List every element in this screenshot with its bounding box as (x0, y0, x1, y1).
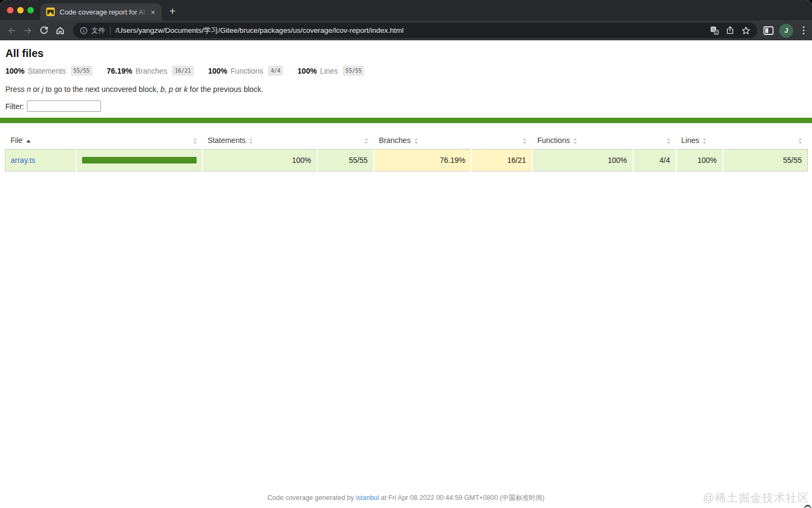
page-title: All files (5, 47, 812, 60)
statements-frac-cell: 55/55 (317, 149, 374, 171)
new-tab-button[interactable]: + (166, 5, 179, 18)
branches-fraction-badge: 16/21 (172, 66, 193, 76)
sort-ascending-icon (26, 140, 31, 142)
col-header-lines[interactable]: Lines (676, 132, 723, 149)
forward-icon[interactable] (20, 23, 35, 38)
col-header-functions-frac[interactable] (633, 132, 676, 149)
col-header-file[interactable]: File (5, 132, 76, 149)
functions-metric: 100% Functions 4/4 (208, 66, 284, 76)
side-panel-icon[interactable] (763, 26, 774, 35)
branches-metric: 76.19% Branches 16/21 (107, 66, 194, 76)
sorter-icon[interactable] (667, 138, 671, 145)
home-icon[interactable] (53, 23, 68, 38)
col-header-statements[interactable]: Statements (202, 132, 317, 149)
svg-text:文: 文 (715, 31, 718, 34)
minimize-window-button[interactable] (17, 7, 24, 13)
address-bar[interactable]: 文件 /Users/yangzw/Documents/学习/Gitee/bruc… (73, 23, 757, 38)
functions-frac-cell: 4/4 (633, 149, 676, 171)
statements-pct: 100% (5, 67, 25, 75)
sorter-icon[interactable] (415, 138, 418, 145)
tab-strip: Code coverage report for All files × + (0, 0, 812, 20)
col-header-statements-frac[interactable] (317, 132, 374, 149)
back-icon[interactable] (4, 23, 19, 38)
translate-icon[interactable]: G文 (710, 26, 719, 35)
lines-pct: 100% (298, 67, 317, 75)
branches-frac-cell: 16/21 (472, 149, 532, 171)
filter-input[interactable] (27, 101, 101, 112)
zoom-window-button[interactable] (27, 7, 34, 13)
lines-label: Lines (320, 67, 338, 75)
window-controls (7, 7, 34, 13)
statements-label: Statements (28, 67, 66, 75)
col-header-functions[interactable]: Functions (532, 132, 633, 149)
url-scheme-label: 文件 (91, 26, 105, 35)
juejin-watermark: @稀土掘金技术社区 (703, 490, 809, 505)
branches-label: Branches (135, 67, 167, 75)
filter-label: Filter: (5, 102, 24, 111)
site-info-icon[interactable] (79, 26, 88, 35)
coverage-report-page: All files 100% Statements 55/55 76.19% B… (0, 40, 812, 508)
table-row: array.ts 100% 55/55 76.19% 16/21 100% 4/… (5, 149, 808, 171)
file-cell: array.ts (5, 149, 76, 171)
col-header-branches[interactable]: Branches (374, 132, 472, 149)
browser-window: Code coverage report for All files × + 文… (0, 0, 812, 508)
sorter-icon[interactable] (193, 138, 197, 145)
coverage-table: File Statements Branches Functions Lines… (5, 132, 808, 171)
sorter-icon[interactable] (799, 138, 802, 145)
functions-label: Functions (230, 67, 263, 75)
url-text[interactable]: /Users/yangzw/Documents/学习/Gitee/bruce/p… (115, 26, 704, 35)
coverage-bar-fill (82, 157, 197, 163)
sorter-icon[interactable] (523, 138, 527, 145)
col-header-branches-frac[interactable] (472, 132, 532, 149)
file-coverage-bar-cell (76, 149, 202, 171)
file-link[interactable]: array.ts (11, 156, 35, 164)
col-header-lines-frac[interactable] (723, 132, 808, 149)
browser-menu-icon[interactable] (799, 24, 808, 37)
coverage-summary: 100% Statements 55/55 76.19% Branches 16… (5, 66, 812, 76)
omnibox-divider (110, 26, 111, 34)
statements-metric: 100% Statements 55/55 (5, 66, 92, 76)
functions-pct-cell: 100% (532, 149, 633, 171)
table-header-row: File Statements Branches Functions Lines (5, 132, 808, 149)
statements-fraction-badge: 55/55 (71, 66, 92, 76)
sorter-icon[interactable] (249, 138, 253, 145)
istanbul-link[interactable]: istanbul (356, 494, 379, 502)
browser-toolbar: 文件 /Users/yangzw/Documents/学习/Gitee/bruc… (0, 20, 812, 40)
report-footer: Code coverage generated by istanbul at F… (0, 493, 812, 503)
profile-avatar[interactable]: J (779, 24, 793, 38)
bookmark-star-icon[interactable] (741, 26, 751, 35)
lines-metric: 100% Lines 55/55 (298, 66, 364, 76)
share-icon[interactable] (726, 26, 735, 35)
lines-pct-cell: 100% (676, 149, 723, 171)
keyboard-shortcuts-hint: Press n or j to go to the next uncovered… (5, 85, 812, 94)
sorter-icon[interactable] (574, 138, 577, 145)
lines-fraction-badge: 55/55 (343, 66, 364, 76)
branches-pct: 76.19% (107, 67, 132, 75)
reload-icon[interactable] (37, 23, 52, 38)
coverage-favicon-icon (46, 8, 55, 16)
sorter-icon[interactable] (703, 138, 707, 145)
lines-frac-cell: 55/55 (723, 149, 808, 171)
tab-title: Code coverage report for All files (60, 8, 146, 16)
statements-pct-cell: 100% (202, 149, 317, 171)
sorter-icon[interactable] (365, 138, 368, 145)
branches-pct-cell: 76.19% (374, 149, 472, 171)
functions-pct: 100% (208, 67, 228, 75)
tab-title-fade (136, 6, 148, 18)
col-header-file-bar[interactable] (76, 132, 202, 149)
functions-fraction-badge: 4/4 (268, 66, 283, 76)
coverage-status-line (0, 118, 812, 123)
tab-close-icon[interactable]: × (149, 8, 157, 16)
close-window-button[interactable] (7, 7, 13, 13)
browser-tab[interactable]: Code coverage report for All files × (40, 3, 162, 20)
